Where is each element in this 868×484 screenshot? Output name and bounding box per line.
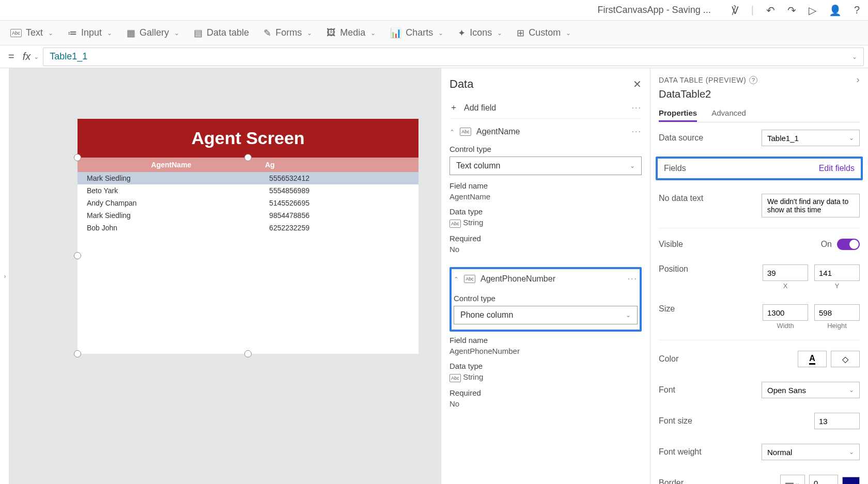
ribbon-icons[interactable]: ✦Icons⌄ bbox=[458, 27, 502, 39]
help-icon[interactable]: ? bbox=[854, 4, 860, 16]
table-row[interactable]: Bob John6252232259 bbox=[78, 222, 419, 234]
charts-icon: 📊 bbox=[390, 27, 401, 39]
media-icon: 🖼 bbox=[327, 27, 336, 38]
stethoscope-icon[interactable]: ℣ bbox=[732, 4, 739, 17]
control-name: DataTable2 bbox=[659, 88, 860, 100]
insert-ribbon: AbcText⌄ ≔Input⌄ ▦Gallery⌄ ▤Data table ✎… bbox=[0, 21, 868, 45]
height-label: Height bbox=[814, 322, 860, 330]
props-tabs: Properties Advanced bbox=[659, 105, 860, 122]
screen-header: Agent Screen bbox=[78, 119, 419, 158]
more-icon[interactable]: ··· bbox=[632, 127, 642, 136]
control-type-select[interactable]: Text column⌄ bbox=[450, 157, 642, 175]
size-height-input[interactable] bbox=[814, 304, 860, 321]
ribbon-datatable[interactable]: ▤Data table bbox=[194, 27, 249, 39]
chevron-down-icon: ⌄ bbox=[34, 53, 39, 60]
app-title: FirstCanvasApp - Saving ... bbox=[598, 5, 711, 15]
position-label: Position bbox=[659, 264, 688, 274]
required-value: No bbox=[450, 399, 642, 408]
ribbon-charts[interactable]: 📊Charts⌄ bbox=[390, 27, 443, 39]
required-label: Required bbox=[450, 388, 642, 397]
fill-color-button[interactable]: ◇ bbox=[831, 351, 860, 367]
width-label: Width bbox=[763, 322, 808, 330]
control-type-label: DATA TABLE (PREVIEW) bbox=[659, 76, 746, 84]
add-field-button[interactable]: ＋ Add field bbox=[450, 102, 496, 113]
info-icon[interactable]: ? bbox=[749, 76, 757, 84]
ribbon-media[interactable]: 🖼Media⌄ bbox=[327, 27, 376, 38]
abc-icon: Abc bbox=[460, 128, 471, 136]
close-icon[interactable]: ✕ bbox=[633, 78, 642, 90]
selection-handle[interactable] bbox=[74, 154, 81, 161]
fx-label[interactable]: fx⌄ bbox=[19, 51, 43, 63]
formula-value: Table1_1 bbox=[50, 51, 87, 62]
tab-properties[interactable]: Properties bbox=[659, 105, 697, 122]
table-row[interactable]: Mark Siedling5556532412 bbox=[78, 172, 419, 184]
table-icon: ▤ bbox=[194, 27, 203, 39]
required-value: No bbox=[450, 245, 642, 254]
more-icon[interactable]: ··· bbox=[628, 274, 638, 284]
table-header-agentname[interactable]: AgentName bbox=[78, 161, 265, 169]
undo-icon[interactable]: ↶ bbox=[766, 4, 775, 17]
fontweight-select[interactable]: Normal⌄ bbox=[762, 444, 860, 460]
more-icon[interactable]: ··· bbox=[632, 103, 642, 113]
ribbon-text[interactable]: AbcText⌄ bbox=[10, 27, 53, 38]
required-label: Required bbox=[450, 234, 642, 243]
share-icon[interactable]: 👤 bbox=[829, 4, 842, 17]
ribbon-forms[interactable]: ✎Forms⌄ bbox=[264, 27, 312, 39]
border-width-input[interactable] bbox=[809, 475, 838, 484]
table-row[interactable]: Mark Siedling9854478856 bbox=[78, 209, 419, 222]
ribbon-custom[interactable]: ⊞Custom⌄ bbox=[517, 27, 571, 39]
position-y-input[interactable] bbox=[814, 264, 860, 281]
position-x-input[interactable] bbox=[763, 264, 808, 281]
visible-value: On bbox=[821, 240, 832, 249]
selection-handle[interactable] bbox=[74, 252, 81, 259]
x-label: X bbox=[763, 282, 808, 290]
tab-advanced[interactable]: Advanced bbox=[711, 105, 746, 122]
nodatatext-input[interactable]: We didn't find any data to show at this … bbox=[762, 194, 860, 217]
forms-icon: ✎ bbox=[264, 27, 271, 39]
size-width-input[interactable] bbox=[763, 304, 808, 321]
table-row[interactable]: Andy Champan5145526695 bbox=[78, 197, 419, 209]
visible-toggle[interactable] bbox=[837, 239, 860, 250]
abc-icon: Abc bbox=[450, 220, 461, 228]
edit-fields-link[interactable]: Edit fields bbox=[819, 164, 855, 173]
formula-input[interactable]: Table1_1 ⌄ bbox=[43, 48, 864, 66]
fields-row-highlight: Fields Edit fields bbox=[656, 157, 863, 180]
chevron-down-icon: ⌄ bbox=[48, 29, 53, 37]
table-row[interactable]: Beto Yark5554856989 bbox=[78, 184, 419, 197]
chevron-down-icon: ⌄ bbox=[852, 53, 857, 60]
data-type-label: Data type bbox=[450, 362, 642, 370]
field-header[interactable]: ⌄ Abc AgentPhoneNumber ··· bbox=[454, 272, 638, 286]
ribbon-gallery[interactable]: ▦Gallery⌄ bbox=[127, 27, 179, 39]
equals-label: = bbox=[4, 51, 19, 63]
table-header-phone[interactable]: Ag bbox=[265, 161, 419, 169]
datasource-select[interactable]: Table1_1⌄ bbox=[762, 130, 860, 146]
chevron-right-icon[interactable]: › bbox=[857, 74, 860, 85]
fontsize-input[interactable] bbox=[814, 413, 860, 429]
font-select[interactable]: Open Sans⌄ bbox=[762, 382, 860, 398]
chevron-down-icon: ⌄ bbox=[630, 162, 635, 169]
font-color-button[interactable]: A bbox=[798, 351, 827, 367]
play-icon[interactable]: ▷ bbox=[809, 4, 816, 17]
border-label: Border bbox=[659, 478, 684, 484]
data-table-control[interactable]: AgentName Ag Mark Siedling5556532412 Bet… bbox=[78, 158, 419, 354]
border-color-button[interactable] bbox=[842, 477, 860, 484]
field-name: AgentName bbox=[476, 127, 520, 136]
datasource-label: Data source bbox=[659, 133, 703, 143]
field-agentname: ⌄ Abc AgentName ··· Control type Text co… bbox=[450, 119, 642, 260]
selection-handle[interactable] bbox=[244, 350, 252, 357]
canvas[interactable]: Agent Screen AgentName Ag Mark Siedling5… bbox=[9, 68, 441, 484]
icons-icon: ✦ bbox=[458, 27, 466, 39]
border-style-select[interactable]: — ⌄ bbox=[780, 475, 805, 484]
field-agentphonenumber-highlight: ⌄ Abc AgentPhoneNumber ··· Control type … bbox=[450, 267, 642, 332]
left-rail-expand[interactable]: › bbox=[0, 68, 9, 484]
text-icon: Abc bbox=[10, 29, 22, 37]
selection-handle[interactable] bbox=[244, 154, 252, 161]
chevron-up-icon: ⌄ bbox=[450, 128, 455, 135]
ribbon-input[interactable]: ≔Input⌄ bbox=[68, 27, 112, 39]
selection-handle[interactable] bbox=[74, 350, 81, 357]
chevron-down-icon: ⌄ bbox=[626, 311, 631, 319]
control-type-label: Control type bbox=[450, 145, 642, 153]
control-type-select[interactable]: Phone column⌄ bbox=[454, 306, 638, 324]
redo-icon[interactable]: ↷ bbox=[787, 4, 796, 17]
field-header[interactable]: ⌄ Abc AgentName ··· bbox=[450, 125, 642, 138]
